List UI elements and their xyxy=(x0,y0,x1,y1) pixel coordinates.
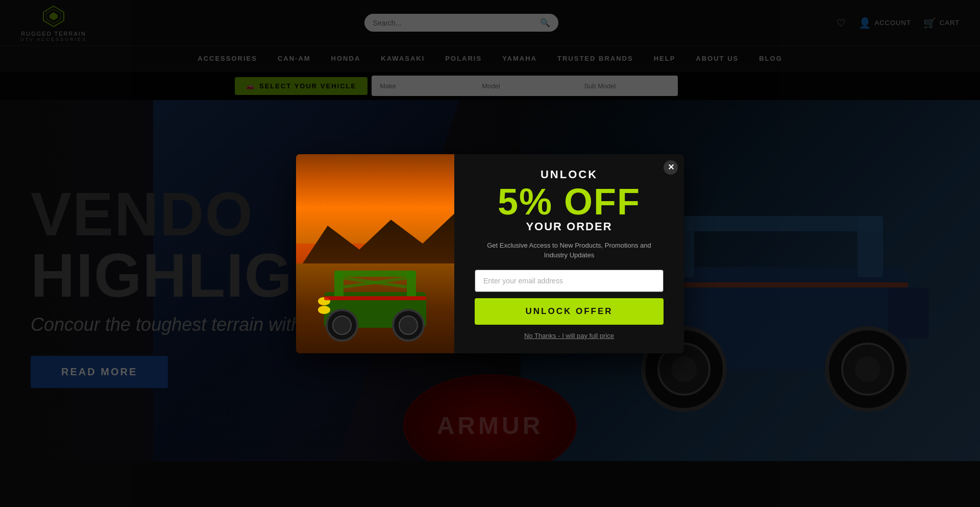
modal-order-label: YOUR ORDER xyxy=(526,220,612,233)
modal-description: Get Exclusive Access to New Products, Pr… xyxy=(475,240,664,260)
modal-close-button[interactable]: ✕ xyxy=(664,160,678,175)
modal-unlock-label: UNLOCK xyxy=(541,168,598,181)
svg-point-26 xyxy=(333,316,351,334)
modal-email-input[interactable] xyxy=(475,270,664,292)
modal-percent-label: 5% OFF xyxy=(498,183,641,220)
modal-no-thanks-link[interactable]: No Thanks - I will pay full price xyxy=(524,332,614,340)
svg-rect-22 xyxy=(334,271,416,277)
modal-content-panel: ✕ UNLOCK 5% OFF YOUR ORDER Get Exclusive… xyxy=(454,154,684,353)
svg-rect-31 xyxy=(324,296,426,300)
popup-modal: ✕ UNLOCK 5% OFF YOUR ORDER Get Exclusive… xyxy=(296,154,684,353)
svg-point-28 xyxy=(399,316,418,334)
modal-sky xyxy=(296,154,454,244)
modal-utv-svg xyxy=(314,261,436,343)
svg-point-30 xyxy=(318,306,330,314)
modal-image-panel xyxy=(296,154,454,353)
modal-overlay: ✕ UNLOCK 5% OFF YOUR ORDER Get Exclusive… xyxy=(0,0,980,507)
modal-unlock-button[interactable]: UNLOCK OFFER xyxy=(475,298,664,325)
